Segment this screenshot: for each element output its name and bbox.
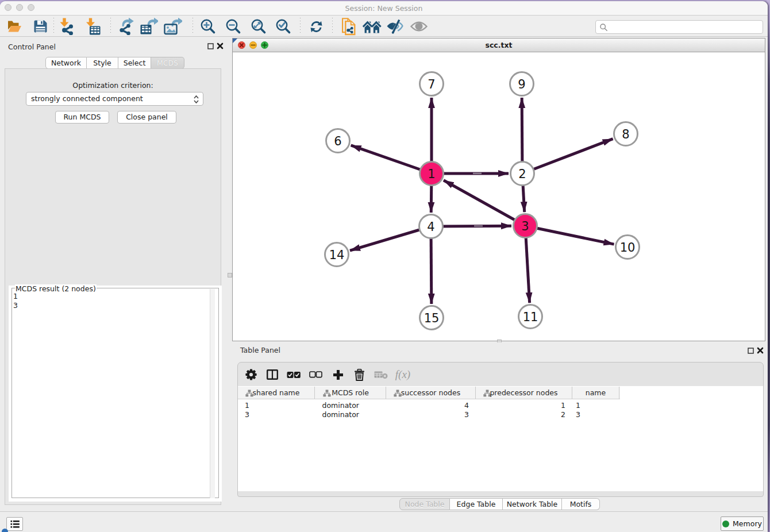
column-header-MCDS-role[interactable]: MCDS role [315,387,386,399]
tab-network[interactable]: Network [45,57,87,69]
graph-node-6[interactable]: 6 [326,129,350,153]
export-network-button[interactable] [117,17,138,36]
table-cell[interactable]: dominator [322,410,360,419]
node-label: 6 [334,134,341,148]
table-panel-close-button[interactable] [756,346,764,354]
open-file-button[interactable] [4,17,25,36]
toolbar-separator [300,18,301,34]
toolbar-separator [332,18,333,34]
zoom-fit-icon [251,18,267,34]
node-label: 2 [518,167,526,181]
graph-node-14[interactable]: 14 [325,243,349,267]
export-image-button[interactable] [163,17,183,36]
column-header-name[interactable]: name [572,387,619,399]
table-cell[interactable]: dominator [322,401,360,410]
mcds-panel: Optimization criterion: strongly connect… [5,68,221,505]
network-window-titlebar[interactable]: scc.txt [233,38,765,52]
table-cell[interactable]: 2 [476,410,565,419]
show-all-button[interactable] [409,17,429,36]
import-network-button[interactable] [57,17,78,36]
table-cell[interactable]: 1 [476,401,565,410]
network-graph[interactable]: 1234678910111415 [233,53,765,341]
export-table-button[interactable] [138,17,159,36]
graph-node-7[interactable]: 7 [420,72,444,96]
zoom-in-button[interactable] [198,17,218,36]
graph-node-10[interactable]: 10 [616,236,640,259]
graph-node-3[interactable]: 3 [514,214,537,238]
column-header-successor-nodes[interactable]: successor nodes [386,387,476,399]
graph-node-1[interactable]: 1 [420,162,444,186]
control-panel-close-button[interactable] [216,42,224,50]
tab-motifs[interactable]: Motifs [562,498,600,510]
control-panel-float-button[interactable] [206,42,214,50]
memory-button[interactable]: Memory [721,516,764,531]
table-panel-float-button[interactable] [746,346,754,354]
mcds-result-scrollbar[interactable] [210,289,215,498]
table-cell[interactable]: 3 [245,410,249,419]
save-session-button[interactable] [30,17,51,36]
graph-node-9[interactable]: 9 [510,72,534,96]
graph-node-2[interactable]: 2 [511,162,534,186]
deselect-all-rows-button[interactable] [306,365,325,384]
graph-node-15[interactable]: 15 [420,306,444,330]
unchecked-boxes-icon [309,371,322,378]
close-panel-button[interactable]: Close panel [117,111,176,124]
close-icon [217,43,224,49]
tab-node-table[interactable]: Node Table [399,498,450,510]
task-history-button[interactable] [6,517,23,531]
table-cell[interactable]: 4 [386,401,469,410]
gear-icon [245,369,257,380]
graph-node-8[interactable]: 8 [614,122,638,146]
tab-mcds[interactable]: MCDS [151,57,184,69]
vertical-split-handle[interactable] [228,273,232,277]
first-neighbors-button[interactable] [361,17,382,36]
optimization-criterion-label: Optimization criterion: [5,81,221,90]
search-field[interactable] [595,20,763,34]
table-cell[interactable]: 3 [576,410,580,419]
delete-table-icon [374,370,388,379]
add-column-button[interactable] [329,365,347,384]
zoom-selected-button[interactable] [273,17,294,36]
mcds-result-list[interactable]: 1 3 [13,292,18,310]
table-toolbar: f(x) [238,363,763,386]
show-eye-icon [410,20,428,33]
zoom-fit-button[interactable] [248,17,269,36]
tab-style[interactable]: Style [87,57,118,69]
import-table-button[interactable] [82,17,103,36]
edge-3-10[interactable] [525,226,614,244]
run-mcds-button[interactable]: Run MCDS [55,111,109,124]
new-network-from-selection-button[interactable] [338,17,359,36]
table-cell[interactable]: 1 [245,401,249,410]
select-all-rows-button[interactable] [284,365,303,384]
graph-node-4[interactable]: 4 [419,215,443,238]
split-table-button[interactable] [263,365,282,384]
network-canvas[interactable]: 1234678910111415 [233,53,765,341]
node-label: 8 [622,128,629,141]
hide-selected-button[interactable] [385,17,406,36]
table-cell[interactable]: 1 [576,401,580,410]
node-table-container: f(x) shared nameMCDS rolesuccessor nodes… [237,362,764,497]
edge-3-1[interactable] [444,180,525,226]
edge-2-8[interactable] [522,139,613,174]
column-header-predecessor-nodes[interactable]: predecessor nodes [476,387,572,399]
function-builder-button[interactable]: f(x) [391,365,415,384]
graph-node-11[interactable]: 11 [519,305,542,329]
tab-edge-table[interactable]: Edge Table [450,498,503,510]
node-label: 14 [329,248,345,262]
column-settings-button[interactable] [242,365,260,384]
table-cell[interactable]: 3 [386,410,469,419]
refresh-view-button[interactable] [306,17,326,36]
zoom-out-button[interactable] [223,17,244,36]
delete-table-button[interactable] [372,365,390,384]
mcds-result-title: MCDS result (2 nodes) [15,284,97,293]
edge-4-14[interactable] [350,226,431,250]
edge-1-6[interactable] [351,145,432,174]
delete-columns-button[interactable] [350,365,368,384]
column-header-shared-name[interactable]: shared name [238,387,315,399]
export-image-icon [164,18,182,35]
tab-select[interactable]: Select [118,57,151,69]
node-label: 4 [427,220,434,234]
criterion-dropdown[interactable]: strongly connected component [26,92,203,106]
network-window-corner-grip[interactable] [233,38,237,43]
tab-network-table[interactable]: Network Table [503,498,562,510]
